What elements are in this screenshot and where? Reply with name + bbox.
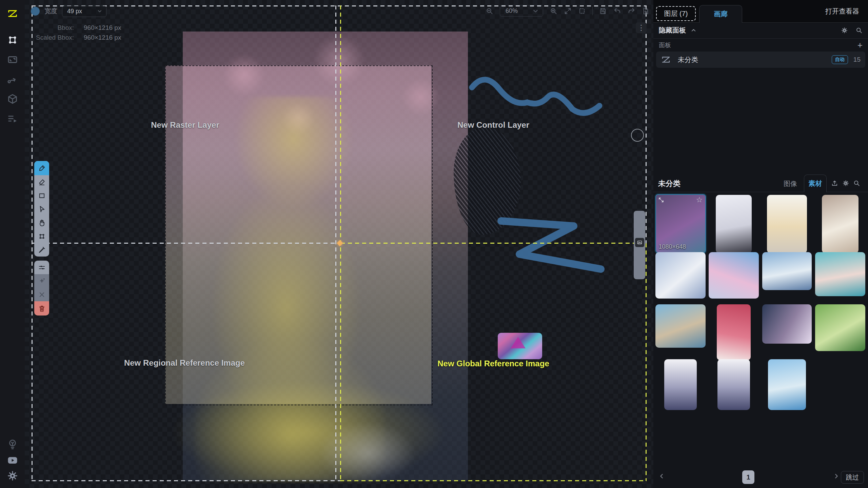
panel-logo-icon: [661, 55, 671, 65]
youtube-icon[interactable]: [5, 453, 20, 468]
hide-panel-row: 隐藏面板: [653, 22, 868, 39]
width-label: 宽度: [44, 7, 57, 16]
gallery-thumbnail[interactable]: [767, 195, 807, 253]
tab-images[interactable]: 图像: [784, 179, 797, 188]
panel-tabstrip: 图层 (7) 画廊 打开查看器: [653, 0, 868, 23]
gallery-row: [655, 304, 865, 360]
gallery-thumbnail[interactable]: [815, 304, 865, 351]
gallery-thumbnail[interactable]: [717, 359, 750, 410]
selection-border-right: [646, 5, 647, 244]
auto-badge: 自动: [832, 55, 848, 64]
right-panel: 图层 (7) 画廊 打开查看器 隐藏面板 面板 + 未分类 自动 15 未分类 …: [653, 0, 868, 488]
chevron-up-icon[interactable]: [690, 27, 697, 34]
zoom-out-icon[interactable]: [486, 7, 493, 15]
panel-row-count: 15: [853, 56, 861, 63]
select-tool-button[interactable]: [34, 202, 49, 216]
app-logo-icon[interactable]: [5, 6, 20, 21]
lightbulb-icon[interactable]: [5, 436, 20, 451]
global-region-horizontal-yellow[interactable]: [341, 243, 647, 244]
skip-button[interactable]: 跳过: [841, 471, 864, 484]
brush-cursor-outline: [631, 129, 644, 142]
regional-reference-label: New Regional Reference Image: [124, 358, 245, 368]
eraser-tool-button[interactable]: [34, 175, 49, 189]
reference-image-button[interactable]: [635, 238, 644, 247]
gallery-thumbnail[interactable]: [655, 252, 706, 299]
gallery-thumbnail[interactable]: ☆1080×648: [656, 195, 705, 252]
tab-layers[interactable]: 图层 (7): [656, 6, 696, 21]
upload-icon[interactable]: [831, 180, 838, 187]
page-next-icon[interactable]: [832, 472, 840, 480]
panel-gear-icon[interactable]: [841, 27, 848, 34]
redo-icon[interactable]: [628, 7, 635, 15]
transform-tool-button[interactable]: [34, 229, 49, 243]
settings-gear-icon[interactable]: [5, 468, 20, 483]
app-window: New Raster Layer New Control Layer New R…: [0, 0, 868, 488]
hide-panel-label[interactable]: 隐藏面板: [659, 26, 686, 35]
eyedropper-tool-button[interactable]: [34, 243, 49, 257]
raster-layer-label: New Raster Layer: [151, 120, 219, 130]
gallery-row: ☆1080×648: [655, 195, 865, 253]
fit-view-icon[interactable]: [564, 7, 572, 15]
gallery-thumbnail[interactable]: [815, 252, 865, 296]
export-document-icon[interactable]: [642, 7, 650, 15]
gallery-thumbnail[interactable]: [768, 359, 806, 410]
add-panel-icon[interactable]: +: [857, 41, 863, 49]
expand-arrows-icon[interactable]: [658, 197, 664, 203]
gallery-thumbnail[interactable]: [762, 252, 812, 290]
panel-row-name: 未分类: [678, 55, 698, 64]
tab-gallery[interactable]: 画廊: [699, 5, 742, 23]
global-reference-label: New Global Reference Image: [437, 359, 549, 368]
page-prev-icon[interactable]: [658, 472, 666, 480]
panel-search-icon[interactable]: [855, 27, 863, 34]
task-list-icon[interactable]: [5, 111, 20, 126]
gallery-pagination: 1 跳过: [653, 470, 868, 485]
brush-tool-button[interactable]: [34, 161, 49, 175]
star-icon[interactable]: ☆: [696, 196, 703, 204]
gallery-thumbnail[interactable]: [762, 304, 812, 344]
gallery-search-icon[interactable]: [853, 180, 860, 187]
cube-3d-icon[interactable]: [5, 92, 20, 106]
canvas-area[interactable]: New Raster Layer New Control Layer New R…: [25, 0, 653, 488]
gallery-thumbnail[interactable]: [664, 359, 697, 410]
global-region-right-yellow: [646, 243, 647, 481]
chevron-down-icon: [97, 8, 103, 14]
zoom-level-dropdown[interactable]: 60%: [500, 5, 543, 17]
tool-palette: [34, 161, 49, 316]
width-value: 49 px: [67, 8, 82, 15]
global-reference-thumbnail[interactable]: [498, 333, 542, 359]
page-number-button[interactable]: 1: [742, 470, 754, 484]
scribble-cloud-shape: [454, 127, 521, 235]
brush-color-swatch[interactable]: [31, 7, 40, 16]
gallery-thumbnail[interactable]: [717, 304, 751, 360]
gallery-thumbnail[interactable]: [716, 195, 752, 253]
magic-enhance-button[interactable]: [34, 274, 49, 288]
save-icon[interactable]: [599, 7, 607, 15]
panel-row-uncategorized[interactable]: 未分类 自动 15: [656, 52, 865, 68]
zoom-in-icon[interactable]: [550, 7, 557, 15]
curve-path-icon[interactable]: [5, 72, 20, 87]
clear-button[interactable]: [34, 288, 49, 301]
tab-materials[interactable]: 素材: [804, 175, 827, 192]
canvas-menu-button[interactable]: ⋮: [636, 22, 647, 33]
pan-hand-tool-button[interactable]: [34, 216, 49, 229]
transform-box-icon[interactable]: [5, 33, 20, 47]
adjustments-button[interactable]: [34, 261, 49, 274]
frame-icon[interactable]: [5, 52, 20, 67]
center-guide-horizontal-white: [32, 243, 339, 244]
gallery-thumbnail[interactable]: [709, 252, 759, 299]
width-dropdown[interactable]: 49 px: [62, 6, 106, 17]
undo-icon[interactable]: [613, 7, 621, 15]
delete-layer-button[interactable]: [34, 301, 49, 316]
scaled-bbox-label: Scaled Bbox:: [32, 34, 74, 41]
rectangle-tool-button[interactable]: [34, 189, 49, 202]
gallery-row: [655, 252, 865, 299]
chevron-down-icon: [532, 7, 539, 15]
gallery-title: 未分类: [658, 179, 680, 189]
bbox-info: Bbox: 960×1216 px Scaled Bbox: 960×1216 …: [32, 24, 121, 41]
gallery-thumbnail[interactable]: [655, 304, 706, 348]
fit-selection-icon[interactable]: [578, 7, 586, 15]
gallery-gear-icon[interactable]: [842, 180, 849, 187]
zoom-level-value: 60%: [506, 7, 518, 15]
open-viewer-button[interactable]: 打开查看器: [825, 7, 859, 16]
gallery-thumbnail[interactable]: [822, 195, 859, 253]
